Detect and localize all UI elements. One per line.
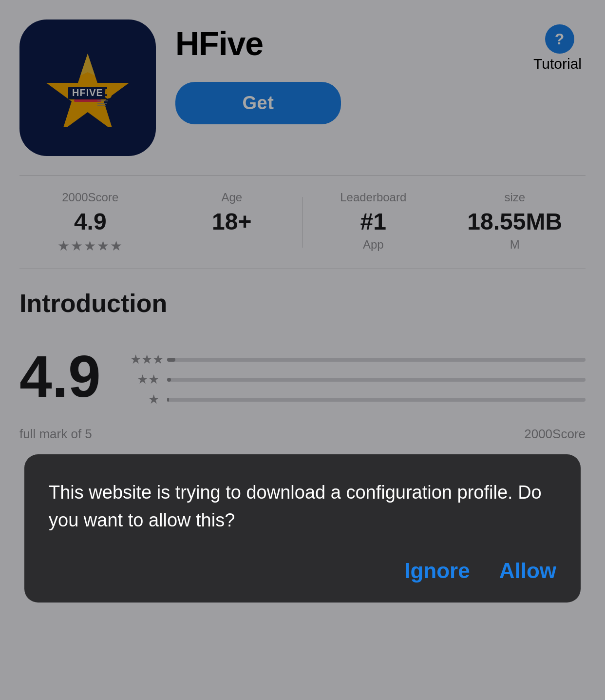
config-download-dialog: This website is trying to download a con…: [24, 454, 581, 603]
allow-button[interactable]: Allow: [499, 559, 556, 583]
dialog-message: This website is trying to download a con…: [49, 479, 556, 534]
dialog-buttons: Ignore Allow: [49, 559, 556, 583]
ignore-button[interactable]: Ignore: [404, 559, 470, 583]
